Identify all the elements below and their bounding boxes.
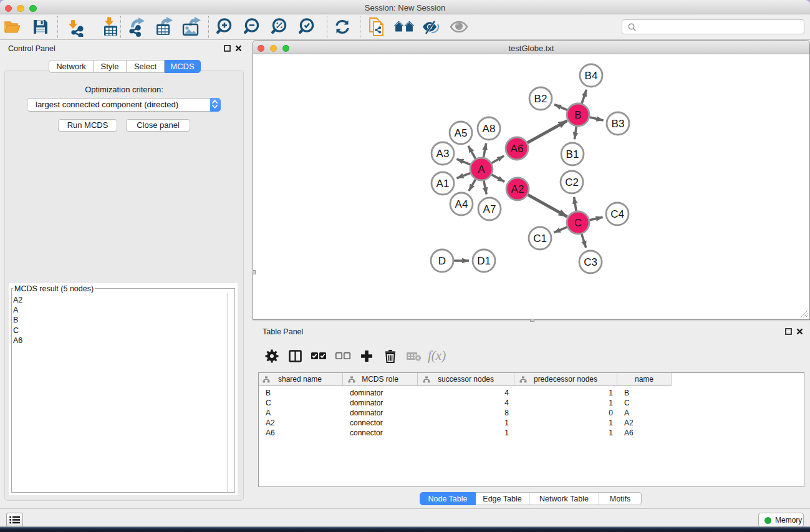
svg-text:C2: C2	[565, 177, 579, 188]
svg-text:B3: B3	[612, 118, 625, 130]
svg-text:B1: B1	[566, 148, 579, 160]
svg-text:B2: B2	[534, 93, 547, 105]
svg-text:B: B	[574, 109, 581, 121]
svg-text:B4: B4	[585, 70, 598, 82]
svg-text:A4: A4	[455, 198, 468, 210]
svg-text:C1: C1	[533, 233, 547, 244]
svg-text:A1: A1	[436, 178, 450, 190]
svg-text:D: D	[438, 255, 446, 267]
svg-text:A7: A7	[483, 203, 496, 215]
svg-text:A2: A2	[511, 183, 524, 195]
svg-text:A8: A8	[483, 123, 496, 135]
svg-text:A3: A3	[436, 148, 450, 160]
svg-text:A6: A6	[511, 143, 524, 155]
svg-text:C4: C4	[610, 208, 624, 220]
svg-text:C3: C3	[584, 256, 597, 268]
svg-text:A5: A5	[455, 127, 468, 139]
svg-text:D1: D1	[477, 255, 491, 267]
svg-text:A: A	[478, 163, 485, 175]
svg-text:C: C	[574, 217, 582, 229]
